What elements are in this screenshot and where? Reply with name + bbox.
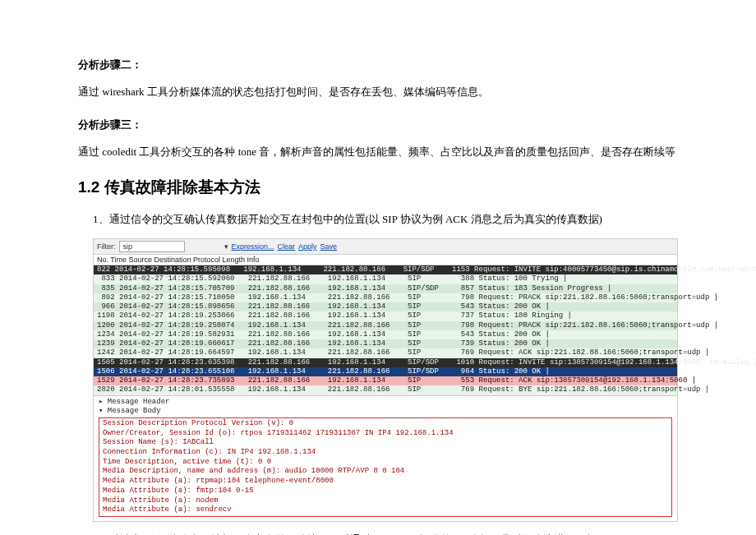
table-row[interactable]: 892 2014-02-27 14:28:15.710050 192.168.1…	[94, 293, 677, 302]
table-row[interactable]: 1529 2014-02-27 14:28:23.735893 221.182.…	[94, 376, 677, 385]
filter-bar: Filter: sip ▾ Expression... Clear Apply …	[93, 238, 678, 255]
packet-detail-pane[interactable]: ▸ Message Header ▾ Message Body Session …	[93, 396, 678, 522]
step2-title: 分析步骤二：	[78, 58, 678, 72]
table-row[interactable]: 822 2014-02-27 14:28:15.595098 192.168.1…	[94, 265, 677, 274]
step3-title: 分析步骤三：	[78, 118, 678, 132]
expression-link[interactable]: Expression...	[232, 242, 274, 251]
table-row[interactable]: 835 2014-02-27 14:28:15.705709 221.182.8…	[94, 284, 677, 293]
filter-label: Filter:	[97, 242, 116, 251]
clear-link[interactable]: Clear	[278, 242, 296, 251]
table-row[interactable]: 833 2014-02-27 14:28:15.592060 221.182.8…	[94, 274, 677, 284]
detail-line: ▾ Message Body	[99, 407, 672, 417]
table-row[interactable]: 1234 2014-02-27 14:28:19.582931 221.182.…	[94, 330, 677, 339]
save-link[interactable]: Save	[320, 242, 338, 251]
table-row[interactable]: 1200 2014-02-27 14:28:19.258074 192.168.…	[94, 321, 677, 330]
section-1-2-heading: 1.2 传真故障排除基本方法	[78, 177, 678, 198]
packet-list-header: No. Time Source Destination Protocol Len…	[93, 255, 678, 265]
wireshark-screenshot: Filter: sip ▾ Expression... Clear Apply …	[78, 238, 678, 522]
filter-input[interactable]: sip	[119, 241, 185, 252]
table-row[interactable]: 1505 2014-02-27 14:28:23.635398 221.182.…	[94, 358, 677, 367]
detail-line: Session Description Protocol Version (v)…	[103, 419, 668, 429]
table-row[interactable]: 2820 2014-02-27 14:28:01.535558 192.168.…	[94, 385, 677, 394]
table-row[interactable]: 1198 2014-02-27 14:28:19.253866 221.182.…	[94, 311, 677, 321]
detail-line: Media Attribute (a): nodem	[103, 496, 668, 506]
table-row[interactable]: 966 2014-02-27 14:28:15.898656 221.182.8…	[94, 302, 677, 311]
list-item-2: 2、过滤出 rtp 媒体信息，选择一个方向的媒体流，同时通过 wireshark…	[78, 530, 678, 535]
detail-line: Time Description, active time (t): 0 0	[103, 458, 668, 468]
detail-line: Connection Information (c): IN IP4 192.1…	[103, 448, 668, 458]
detail-line: Media Attribute (a): fmtp:104 0-15	[103, 487, 668, 496]
detail-line: Media Attribute (a): rtpmap:104 telephon…	[103, 477, 668, 487]
list-item-1: 1、通过信令的交互确认传真数据开始交互在封包中的位置(以 SIP 协议为例 AC…	[78, 210, 678, 228]
packet-list[interactable]: 822 2014-02-27 14:28:15.595098 192.168.1…	[93, 265, 678, 396]
step2-body: 通过 wireshark 工具分析媒体流的状态包括打包时间、是否存在丢包、媒体编…	[78, 82, 678, 101]
detail-line: Media Description, name and address (m):…	[103, 467, 668, 477]
chevron-down-icon[interactable]: ▾	[224, 242, 228, 251]
apply-link[interactable]: Apply	[298, 242, 317, 251]
table-row[interactable]: 1239 2014-02-27 14:28:19.660617 221.182.…	[94, 339, 677, 348]
table-row[interactable]: 1506 2014-02-27 14:28:23.655108 192.168.…	[94, 367, 677, 376]
detail-line: ▸ Message Header	[99, 398, 672, 408]
document-page: 分析步骤二： 通过 wireshark 工具分析媒体流的状态包括打包时间、是否存…	[0, 0, 756, 535]
detail-line: Owner/Creator, Session Id (o): rtpos 171…	[103, 429, 668, 439]
table-row[interactable]: 1242 2014-02-27 14:28:19.664597 192.168.…	[94, 348, 677, 357]
detail-line: Media Attribute (a): sendrecv	[103, 505, 668, 515]
step3-body: 通过 cooledit 工具分析交互的各种 tone 音，解析声音的属性包括能量…	[78, 142, 678, 161]
detail-line: Session Name (s): IABCall	[103, 438, 668, 448]
sdp-highlight-block: Session Description Protocol Version (v)…	[99, 417, 672, 517]
